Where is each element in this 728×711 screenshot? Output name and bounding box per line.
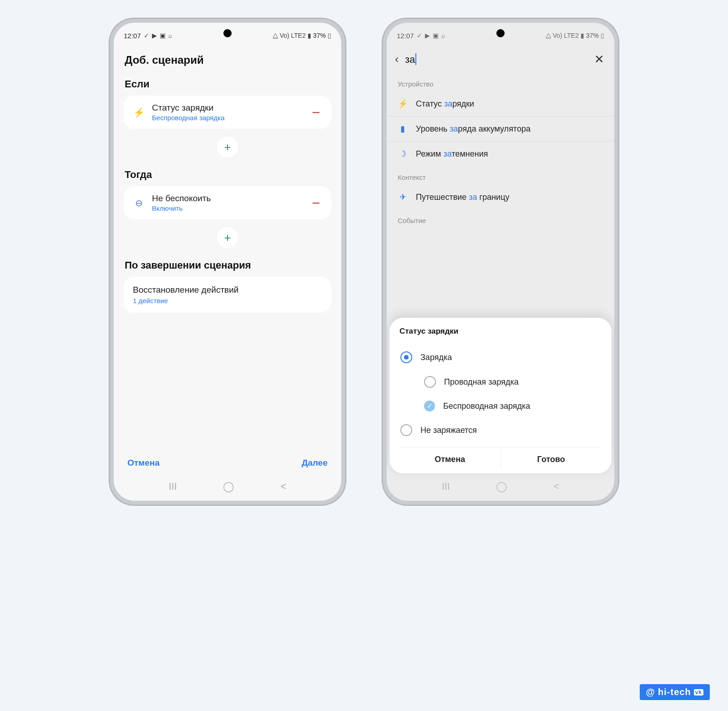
bolt-icon: ⚡ [398,99,408,109]
clear-search-button[interactable]: ✕ [594,52,606,66]
search-icon: ⌕ [168,32,172,39]
result-battery-level[interactable]: ▮ Уровень заряда аккумулятора [387,116,614,141]
sheet-cancel-button[interactable]: Отмена [399,447,500,469]
search-input[interactable]: за [405,53,588,66]
wifi-icon: ⧋ [273,32,278,40]
remove-if-button[interactable]: − [310,105,322,120]
image-icon: ▣ [433,32,439,39]
add-if-button[interactable]: + [217,136,238,158]
then-card-subtitle: Включить [152,204,303,212]
page-title: Доб. сценарий [125,54,330,66]
battery-percent: 37% [313,32,326,39]
battery-percent: 37% [586,32,599,39]
battery-icon: ▯ [328,32,331,39]
remove-then-button[interactable]: − [310,196,322,210]
camera-notch [496,29,505,37]
option-wired-charging[interactable]: Проводная зарядка [399,370,602,394]
add-then-button[interactable]: + [217,227,238,249]
radio-empty-icon [400,424,412,436]
group-event-label: Событие [387,209,614,228]
android-nav-bar: III ◯ < [387,481,614,493]
then-action-card[interactable]: ⊖ Не беспокоить Включить − [124,186,331,219]
result-charging-status[interactable]: ⚡ Статус зарядки [387,91,614,116]
if-condition-card[interactable]: ⚡ Статус зарядки Беспроводная зарядка − [124,96,331,129]
bolt-icon: ⚡ [133,107,145,118]
sheet-done-button[interactable]: Готово [500,447,602,469]
signal-icon: ▮ [581,32,584,39]
result-travel-abroad[interactable]: ✈ Путешествие за границу [387,185,614,209]
airplane-icon: ✈ [398,192,408,202]
phone-right-screen: 12:07 ✓ ▶ ▣ ⌕ ⧋ Vo) LTE2 ▮ 37% ▯ ‹ за [387,23,614,501]
android-nav-bar: III ◯ < [114,481,341,493]
radio-selected-icon [400,351,412,363]
charging-status-sheet: Статус зарядки Зарядка Проводная зарядка… [389,318,612,473]
image-icon: ▣ [160,32,166,39]
after-card-title: Восстановление действий [133,285,322,295]
then-card-title: Не беспокоить [152,193,303,203]
back-button[interactable]: ‹ [395,53,399,66]
nav-home-icon[interactable]: ◯ [496,481,507,493]
nav-recents-icon[interactable]: III [442,481,450,493]
after-card-subtitle: 1 действие [133,297,322,305]
phone-left-frame: 12:07 ✓ ▶ ▣ ⌕ ⧋ Vo) LTE2 ▮ 37% ▯ Доб. сц… [109,18,346,505]
after-card[interactable]: Восстановление действий 1 действие [124,277,331,313]
cancel-button[interactable]: Отмена [127,458,160,468]
check-selected-icon: ✓ [424,401,435,411]
lte-label: Vo) LTE2 [553,32,579,39]
camera-notch [223,29,232,37]
nav-home-icon[interactable]: ◯ [223,481,234,493]
moon-icon: ☽ [398,149,408,159]
next-button[interactable]: Далее [302,458,328,468]
text-caret [415,53,416,65]
section-after-label: По завершении сценария [125,259,330,271]
search-icon: ⌕ [441,32,445,39]
if-card-title: Статус зарядки [152,103,303,113]
result-dark-mode[interactable]: ☽ Режим затемнения [387,141,614,166]
signal-icon: ▮ [308,32,311,39]
youtube-icon: ▶ [425,32,430,39]
phone-left-screen: 12:07 ✓ ▶ ▣ ⌕ ⧋ Vo) LTE2 ▮ 37% ▯ Доб. сц… [114,23,341,501]
nav-back-icon[interactable]: < [554,481,560,493]
battery-icon: ▯ [601,32,604,39]
checkmark-icon: ✓ [417,32,422,39]
radio-empty-icon [424,376,436,388]
option-not-charging[interactable]: Не заряжается [399,418,602,442]
checkmark-icon: ✓ [144,32,149,39]
battery-icon: ▮ [398,124,408,134]
nav-recents-icon[interactable]: III [169,481,177,493]
section-then-label: Тогда [125,169,330,181]
search-query-text: за [405,54,415,65]
youtube-icon: ▶ [152,32,157,39]
section-if-label: Если [125,78,330,90]
group-device-label: Устройство [387,73,614,91]
status-time: 12:07 [397,32,414,40]
sheet-title: Статус зарядки [399,327,602,336]
option-wireless-charging[interactable]: ✓ Беспроводная зарядка [399,394,602,418]
status-time: 12:07 [124,32,141,40]
wifi-icon: ⧋ [546,32,551,40]
phone-right-frame: 12:07 ✓ ▶ ▣ ⌕ ⧋ Vo) LTE2 ▮ 37% ▯ ‹ за [382,18,619,505]
lte-label: Vo) LTE2 [280,32,306,39]
dnd-icon: ⊖ [133,198,145,208]
option-charging[interactable]: Зарядка [399,345,602,370]
group-context-label: Контекст [387,166,614,185]
nav-back-icon[interactable]: < [281,481,287,493]
if-card-subtitle: Беспроводная зарядка [152,114,303,122]
